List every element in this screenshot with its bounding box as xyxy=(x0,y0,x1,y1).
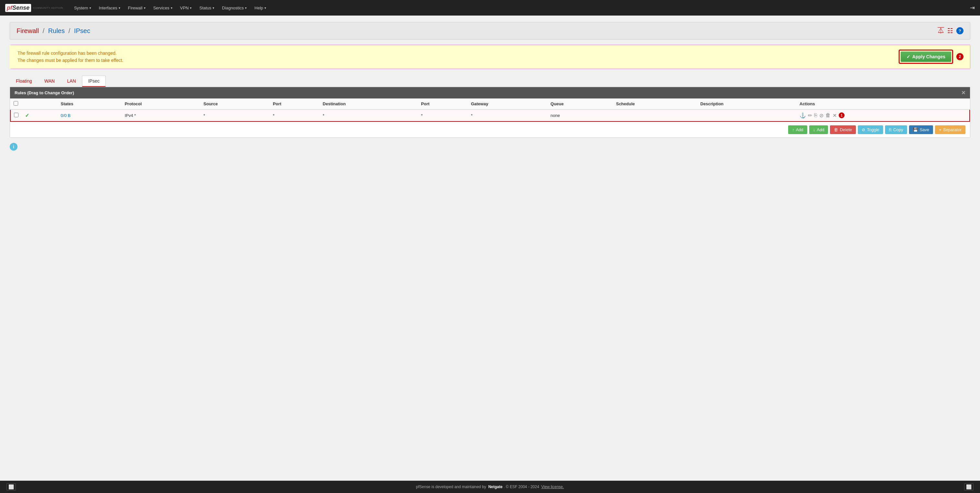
footer-left-icon[interactable]: ⬜ xyxy=(6,483,16,490)
footer-text-after: . © ESF 2004 - 2024 xyxy=(504,485,539,489)
breadcrumb-rules[interactable]: Rules xyxy=(48,27,65,34)
tab-ipsec[interactable]: IPsec xyxy=(82,76,106,87)
row-description-cell xyxy=(697,109,796,122)
save-button[interactable]: 💾 Save xyxy=(909,125,933,134)
add-down-button[interactable]: ↓ Add xyxy=(809,125,828,134)
chevron-down-icon: ▾ xyxy=(171,6,172,10)
col-destination: Destination xyxy=(320,98,418,109)
apply-changes-button[interactable]: ✓ Apply Changes xyxy=(900,51,951,62)
col-states: States xyxy=(57,98,121,109)
logo-sense: Sense xyxy=(12,5,30,11)
toggle-icon: ⊘ xyxy=(862,127,865,132)
disable-icon[interactable]: ⊘ xyxy=(819,113,824,119)
logout-button[interactable]: ⇥ xyxy=(970,4,975,11)
add-up-label: Add xyxy=(796,127,803,132)
logo-edition: COMMUNITY EDITION xyxy=(33,6,63,10)
breadcrumb-firewall[interactable]: Firewall xyxy=(16,27,39,34)
nav-item-firewall[interactable]: Firewall ▾ xyxy=(125,3,149,12)
help-icon[interactable]: ? xyxy=(956,27,964,34)
separator-button[interactable]: + Separator xyxy=(935,125,966,134)
nav-item-help[interactable]: Help ▾ xyxy=(251,3,269,12)
delete-rule-icon[interactable]: 🗑 xyxy=(826,113,830,118)
alert-banner: The firewall rule configuration has been… xyxy=(10,45,970,69)
chevron-down-icon: ▾ xyxy=(213,6,214,10)
col-actions: Actions xyxy=(796,98,970,109)
nav-item-system[interactable]: System ▾ xyxy=(71,3,94,12)
cancel-icon[interactable]: ✕ xyxy=(832,113,837,119)
chart-icon[interactable]: ⏄ xyxy=(937,27,944,35)
chevron-down-icon: ▾ xyxy=(245,6,247,10)
main-content: Firewall / Rules / IPsec ⏄ ☷ ? The firew… xyxy=(0,16,980,481)
col-gateway: Gateway xyxy=(468,98,547,109)
row-destination-cell: * xyxy=(320,109,418,122)
row-dest-port-cell: * xyxy=(418,109,468,122)
nav-item-vpn[interactable]: VPN ▾ xyxy=(177,3,195,12)
row-source-cell: * xyxy=(200,109,270,122)
row-gateway-cell: * xyxy=(468,109,547,122)
row-queue-cell: none xyxy=(547,109,613,122)
nav-item-services[interactable]: Services ▾ xyxy=(150,3,176,12)
row-source-port-cell: * xyxy=(270,109,320,122)
alert-line2: The changes must be applied for them to … xyxy=(18,57,124,64)
breadcrumb-ipsec: IPsec xyxy=(74,27,90,34)
states-link[interactable]: 0/0 B xyxy=(60,113,70,118)
alert-line1: The firewall rule configuration has been… xyxy=(18,49,124,57)
copy-button[interactable]: ⎘ Copy xyxy=(885,125,907,134)
separator-label: Separator xyxy=(943,127,961,132)
apply-changes-badge: 2 xyxy=(956,53,964,60)
add-down-label: Add xyxy=(817,127,824,132)
logo[interactable]: pfSense COMMUNITY EDITION xyxy=(5,4,63,12)
rules-table: States Protocol Source Port Destination … xyxy=(10,98,970,122)
plus-icon: + xyxy=(939,127,942,132)
chevron-down-icon: ▾ xyxy=(144,6,145,10)
nav-item-diagnostics[interactable]: Diagnostics ▾ xyxy=(219,3,250,12)
tab-lan[interactable]: LAN xyxy=(61,76,82,87)
nav-item-interfaces[interactable]: Interfaces ▾ xyxy=(95,3,124,12)
select-all-checkbox[interactable] xyxy=(14,101,18,106)
action-buttons-bar: ↑ Add ↓ Add 🗑 Delete ⊘ Toggle ⎘ Copy 💾 S xyxy=(10,122,970,137)
footer-text: pfSense is developed and maintained by N… xyxy=(16,485,964,489)
footer-license-link[interactable]: View license. xyxy=(541,485,564,489)
tab-floating[interactable]: Floating xyxy=(10,76,38,87)
add-up-button[interactable]: ↑ Add xyxy=(788,125,807,134)
breadcrumb: Firewall / Rules / IPsec xyxy=(16,27,90,35)
chevron-down-icon: ▾ xyxy=(89,6,91,10)
row-schedule-cell xyxy=(613,109,697,122)
logo-pf: pf xyxy=(7,5,12,11)
footer-brand: Netgate xyxy=(488,485,503,489)
apply-changes-area: ✓ Apply Changes 2 xyxy=(899,49,964,64)
nav-items: System ▾ Interfaces ▾ Firewall ▾ Service… xyxy=(71,3,970,12)
table-icon[interactable]: ☷ xyxy=(947,27,953,35)
trash-icon: 🗑 xyxy=(834,127,838,132)
breadcrumb-sep-1: / xyxy=(43,27,45,34)
close-icon[interactable]: ✕ xyxy=(961,90,966,96)
chevron-down-icon: ▾ xyxy=(190,6,191,10)
logo-box: pfSense xyxy=(5,4,31,12)
row-enabled-cell: ✓ xyxy=(22,109,57,122)
apply-changes-label: Apply Changes xyxy=(912,54,945,59)
rules-table-container: Rules (Drag to Change Order) ✕ States Pr… xyxy=(10,87,970,138)
row-actions-cell: ⚓ ✏ ⎘ ⊘ 🗑 ✕ 1 xyxy=(796,109,970,122)
breadcrumb-sep-2: / xyxy=(68,27,70,34)
anchor-icon[interactable]: ⚓ xyxy=(800,113,806,119)
save-label: Save xyxy=(920,127,929,132)
edit-icon[interactable]: ✏ xyxy=(808,113,812,119)
action-icons: ⚓ ✏ ⎘ ⊘ 🗑 ✕ 1 xyxy=(800,113,966,119)
checkmark-icon: ✓ xyxy=(907,54,910,59)
delete-button[interactable]: 🗑 Delete xyxy=(830,125,856,134)
rules-table-header: Rules (Drag to Change Order) ✕ xyxy=(10,87,970,98)
row-protocol-cell: IPv4 * xyxy=(121,109,200,122)
arrow-down-icon: ↓ xyxy=(813,127,815,132)
row-checkbox[interactable] xyxy=(14,113,19,117)
row-badge: 1 xyxy=(839,113,845,118)
footer-right-icon[interactable]: ⬜ xyxy=(964,483,974,490)
nav-item-status[interactable]: Status ▾ xyxy=(196,3,218,12)
col-protocol: Protocol xyxy=(121,98,200,109)
top-navigation: pfSense COMMUNITY EDITION System ▾ Inter… xyxy=(0,0,980,16)
chevron-down-icon: ▾ xyxy=(119,6,120,10)
info-icon[interactable]: i xyxy=(10,143,18,151)
tab-wan[interactable]: WAN xyxy=(38,76,61,87)
page-header: Firewall / Rules / IPsec ⏄ ☷ ? xyxy=(10,22,970,40)
toggle-button[interactable]: ⊘ Toggle xyxy=(858,125,883,134)
copy-rule-icon[interactable]: ⎘ xyxy=(814,113,817,118)
